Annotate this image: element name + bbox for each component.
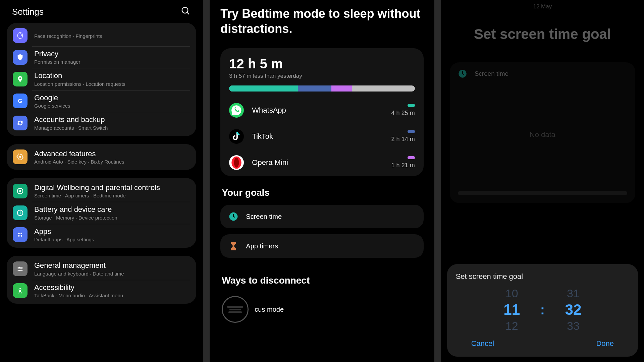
item-subtitle: Screen time · App timers · Bedtime mode <box>34 193 160 198</box>
time-separator: : <box>540 302 545 317</box>
settings-item[interactable]: AppsDefault apps · App settings <box>7 224 196 246</box>
item-subtitle: Location permissions · Location requests <box>34 81 125 87</box>
ways-heading: Ways to disconnect <box>222 275 423 286</box>
hourglass-icon <box>228 241 238 251</box>
clock-icon <box>228 212 238 222</box>
app-time: 1 h 21 m <box>391 162 415 169</box>
fingerprint-icon <box>13 28 28 43</box>
settings-item[interactable]: Face recognition · Fingerprints <box>7 25 196 46</box>
item-title: General management <box>34 261 124 270</box>
svg-point-2 <box>19 77 21 79</box>
settings-item[interactable]: LocationLocation permissions · Location … <box>7 68 196 90</box>
settings-item[interactable]: Advanced featuresAndroid Auto · Side key… <box>7 146 196 168</box>
item-title: Accessibility <box>34 283 123 292</box>
svg-point-10 <box>18 235 20 237</box>
item-subtitle: Language and keyboard · Date and time <box>34 271 124 277</box>
item-subtitle: TalkBack · Mono audio · Assistant menu <box>34 293 123 298</box>
item-subtitle: Face recognition · Fingerprints <box>34 33 102 39</box>
settings-screen: Settings Face recognition · Fingerprints… <box>0 0 203 362</box>
settings-header: Settings <box>0 0 203 23</box>
usage-bar <box>229 85 415 92</box>
svg-point-15 <box>18 266 20 268</box>
svg-point-17 <box>19 270 20 271</box>
app-usage-row[interactable]: TikTok2 h 14 m <box>229 129 415 144</box>
minute-picker[interactable]: 31 32 33 <box>551 287 595 333</box>
settings-item[interactable]: GGoogleGoogle services <box>7 90 196 112</box>
pin-icon <box>13 72 28 86</box>
app-name: TikTok <box>252 132 391 141</box>
svg-point-23 <box>234 158 239 167</box>
delta-text: 3 h 57 m less than yesterday <box>229 73 415 79</box>
settings-item[interactable]: Accounts and backupManage accounts · Sma… <box>7 112 196 134</box>
settings-list[interactable]: Face recognition · FingerprintsPrivacyPe… <box>0 23 203 362</box>
item-title: Accounts and backup <box>34 115 108 124</box>
svg-point-16 <box>20 268 22 269</box>
app-name: WhatsApp <box>252 106 391 115</box>
opera-icon <box>229 155 244 170</box>
settings-group: Face recognition · FingerprintsPrivacyPe… <box>7 23 196 136</box>
care-icon <box>13 205 28 220</box>
app-name: Opera Mini <box>252 158 391 167</box>
app-time: 2 h 14 m <box>391 136 415 143</box>
tiktok-icon <box>229 129 244 144</box>
done-button[interactable]: Done <box>596 339 614 348</box>
sheet-title: Set screen time goal <box>456 272 629 281</box>
gear-icon <box>13 149 28 164</box>
item-subtitle: Manage accounts · Smart Switch <box>34 125 108 131</box>
item-subtitle: Android Auto · Side key · Bixby Routines <box>34 159 124 165</box>
app-time: 4 h 25 m <box>391 110 415 117</box>
goal-app-timers[interactable]: App timers <box>220 234 423 258</box>
item-title: Google <box>34 94 70 102</box>
usage-card[interactable]: 12 h 5 m 3 h 57 m less than yesterday Wh… <box>220 48 423 176</box>
goals-heading: Your goals <box>222 187 423 198</box>
google-icon: G <box>13 94 28 108</box>
a11y-icon <box>13 283 28 298</box>
item-subtitle: Google services <box>34 103 70 109</box>
item-subtitle: Default apps · App settings <box>34 237 94 242</box>
hour-picker[interactable]: 10 11 12 <box>490 287 534 333</box>
focus-mode-row[interactable]: cus mode <box>220 296 423 323</box>
item-title: Battery and device care <box>34 205 117 214</box>
svg-point-18 <box>19 288 21 289</box>
focus-mode-preview-icon <box>222 296 249 323</box>
settings-title: Settings <box>12 7 44 17</box>
settings-item[interactable]: Battery and device careStorage · Memory … <box>7 202 196 224</box>
svg-point-6 <box>19 190 21 192</box>
item-title: Apps <box>34 227 94 236</box>
goal-screen-time[interactable]: Screen time <box>220 205 423 228</box>
screen-time-goal-screen: 12 May Set screen time goal Screen time … <box>441 0 644 362</box>
item-title: Advanced features <box>34 149 124 158</box>
app-color-chip <box>408 156 415 159</box>
app-usage-row[interactable]: WhatsApp4 h 25 m <box>229 103 415 118</box>
settings-item[interactable]: PrivacyPermission manager <box>7 46 196 68</box>
settings-item[interactable]: General managementLanguage and keyboard … <box>7 258 196 280</box>
item-title: Privacy <box>34 50 80 58</box>
svg-point-9 <box>20 233 22 234</box>
time-picker-sheet: Set screen time goal 10 11 12 : 31 32 33… <box>447 264 638 357</box>
settings-group: Advanced featuresAndroid Auto · Side key… <box>7 144 196 170</box>
item-subtitle: Storage · Memory · Device protection <box>34 215 117 221</box>
item-subtitle: Permission manager <box>34 59 80 65</box>
cancel-button[interactable]: Cancel <box>471 339 494 348</box>
bedtime-headline: Try Bedtime mode to sleep without distra… <box>220 6 423 36</box>
settings-group: General managementLanguage and keyboard … <box>7 256 196 304</box>
svg-line-1 <box>187 12 189 14</box>
search-icon[interactable] <box>181 6 191 17</box>
shield-icon <box>13 50 28 65</box>
settings-item[interactable]: Digital Wellbeing and parental controlsS… <box>7 180 196 202</box>
svg-point-4 <box>19 156 21 158</box>
wellbeing-screen: Try Bedtime mode to sleep without distra… <box>210 0 434 362</box>
total-time: 12 h 5 m <box>229 56 415 71</box>
apps-icon <box>13 227 28 242</box>
app-color-chip <box>408 130 415 133</box>
svg-text:G: G <box>18 98 22 104</box>
settings-item[interactable]: AccessibilityTalkBack · Mono audio · Ass… <box>7 280 196 302</box>
svg-point-8 <box>18 233 20 234</box>
app-color-chip <box>408 104 415 107</box>
wellbeing-icon <box>13 184 28 198</box>
app-usage-row[interactable]: Opera Mini1 h 21 m <box>229 155 415 170</box>
item-title: Digital Wellbeing and parental controls <box>34 183 160 192</box>
svg-point-11 <box>20 235 22 237</box>
svg-point-0 <box>182 7 188 13</box>
sliders-icon <box>13 261 28 276</box>
